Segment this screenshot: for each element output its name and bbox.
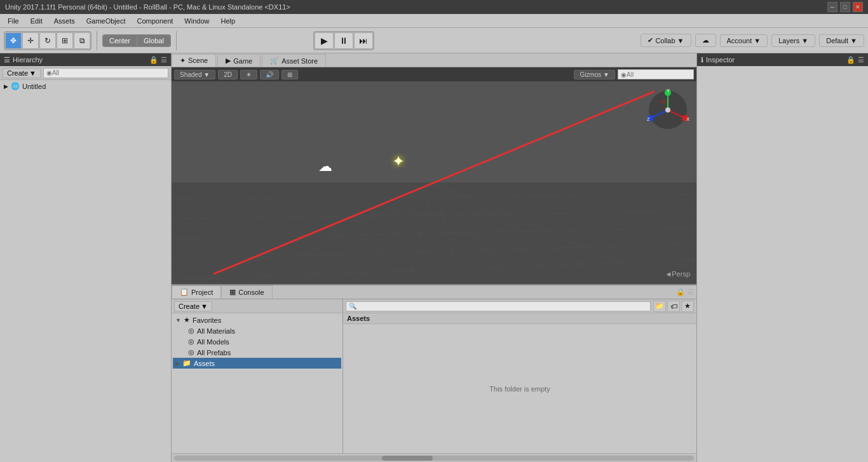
inspector-icon: ℹ [701,56,703,64]
svg-text:Z: Z [647,116,650,122]
tree-item-all-models[interactable]: ◎ All Models [173,336,341,347]
hierarchy-menu-icon[interactable]: ☰ [161,56,167,64]
project-tree: ▼ ★ Favorites ◎ All Materials ◎ All Mode… [172,313,342,453]
project-lock-icon[interactable]: 🔒 [676,288,685,296]
menu-edit[interactable]: Edit [25,16,48,26]
hierarchy-search-input[interactable] [43,68,168,78]
gizmos-button[interactable]: Gizmos ▼ [574,70,615,79]
move-tool-button[interactable]: ✛ [22,32,39,49]
project-tree-panel: Create ▼ ▼ ★ Favorites ◎ All Materials [172,299,343,453]
assets-toolbar-right: 📁 🏷 ★ [653,301,694,312]
hierarchy-lock-icon[interactable]: 🔒 [149,56,158,64]
audio-toggle-button[interactable]: 🔊 [260,70,279,79]
pause-button[interactable]: ⏸ [334,32,353,49]
gizmo-svg: Y X Z [646,88,690,132]
center-button[interactable]: Center [103,35,137,46]
favorites-star-icon: ★ [184,316,190,324]
menu-help[interactable]: Help [215,16,240,26]
account-button[interactable]: Account ▼ [720,34,768,47]
all-models-icon: ◎ [188,337,194,346]
collab-button[interactable]: ✔ Collab ▼ [641,34,691,47]
assets-content: This folder is empty [343,324,696,453]
hand-tool-button[interactable]: ✥ [5,32,22,49]
title-bar: Unity 2017.1.1f1 Personal (64bit) - Unti… [0,0,868,14]
effects-toggle-button[interactable]: ⊞ [281,70,298,79]
assets-folder-button[interactable]: 📁 [653,301,666,312]
persp-label: ◄Persp [665,270,690,278]
rotate-tool-button[interactable]: ↻ [39,32,56,49]
hierarchy-title: Hierarchy [13,56,43,64]
console-tab-icon: ▦ [229,288,236,296]
menu-gameobject[interactable]: GameObject [81,16,131,26]
menu-file[interactable]: File [3,16,24,26]
project-menu-icon[interactable]: ☰ [688,288,694,296]
step-button[interactable]: ⏭ [354,32,373,49]
bottom-tabs: 📋 Project ▦ Console 🔒 ☰ [172,285,696,299]
inspector-menu-icon[interactable]: ☰ [858,56,864,64]
favorites-label: Favorites [193,316,221,324]
bottom-scrollbar[interactable] [172,453,696,462]
tab-project[interactable]: 📋 Project [172,285,221,298]
tree-item-all-materials[interactable]: ◎ All Materials [173,325,341,336]
menu-component[interactable]: Component [132,16,178,26]
hierarchy-item-untitled[interactable]: ▶ 🌐 Untitled [1,81,170,91]
hierarchy-header: ☰ Hierarchy 🔒 ☰ [0,53,171,66]
cloud-button[interactable]: ☁ [695,34,716,47]
collab-icon: ✔ [648,36,653,44]
tree-item-assets[interactable]: ▶ 📁 Assets [173,358,341,369]
tab-scene[interactable]: ✦ Scene [172,54,216,67]
assets-folder-icon: 📁 [182,359,191,367]
project-create-button[interactable]: Create ▼ [174,301,212,311]
scene-viewport[interactable]: Shaded ▼ 2D ☀ 🔊 ⊞ Gizmos ▼ [172,67,696,284]
center-global-group: Center Global [102,34,171,47]
asset-store-label: Asset Store [281,57,318,65]
rect-tool-button[interactable]: ⧉ [74,32,90,49]
transform-tools-group: ✥ ✛ ↻ ⊞ ⧉ [4,31,92,50]
global-button[interactable]: Global [137,35,170,46]
assets-star-button[interactable]: ★ [681,301,694,312]
lighting-toggle-button[interactable]: ☀ [240,70,257,79]
all-prefabs-label: All Prefabs [197,349,231,357]
console-tab-label: Console [238,289,264,296]
play-button[interactable]: ▶ [315,32,334,49]
tab-asset-store[interactable]: 🛒 Asset Store [262,54,326,67]
scrollbar-thumb[interactable] [382,456,433,461]
scene-search-input[interactable] [618,69,694,79]
scale-tool-button[interactable]: ⊞ [57,32,73,49]
untitled-scene-icon: 🌐 [11,82,20,90]
shading-mode-button[interactable]: Shaded ▼ [174,70,215,79]
close-button[interactable]: ✕ [853,2,863,12]
svg-text:Y: Y [667,88,670,93]
scene-tab-icon: ✦ [180,57,186,65]
tab-console[interactable]: ▦ Console [221,285,272,298]
2d-toggle-button[interactable]: 2D [218,70,238,79]
assets-label-button[interactable]: 🏷 [667,301,680,312]
bottom-tabs-right: 🔒 ☰ [676,285,696,299]
inspector-lock-icon[interactable]: 🔒 [846,56,855,64]
minimize-button[interactable]: ─ [827,2,837,12]
scene-tabs-row: ✦ Scene ▶ Game 🛒 Asset Store [172,53,696,67]
maximize-button[interactable]: □ [840,2,850,12]
default-layout-button[interactable]: Default ▼ [819,34,864,47]
assets-search-input[interactable] [346,301,651,311]
scene-grid [172,81,696,284]
hierarchy-content: ▶ 🌐 Untitled [0,80,171,462]
assets-toolbar: 📁 🏷 ★ [343,299,696,313]
toolbar-separator-2 [176,31,177,50]
layers-button[interactable]: Layers ▼ [771,34,815,47]
tree-item-favorites[interactable]: ▼ ★ Favorites [173,315,341,325]
menu-window[interactable]: Window [179,16,214,26]
sun-scene-icon: ✦ [392,153,405,170]
untitled-arrow-icon: ▶ [4,83,8,90]
hierarchy-create-button[interactable]: Create ▼ [3,68,41,78]
menu-assets[interactable]: Assets [49,16,80,26]
transport-controls: ▶ ⏸ ⏭ [313,31,374,50]
scrollbar-track [174,456,694,461]
tree-item-all-prefabs[interactable]: ◎ All Prefabs [173,347,341,358]
all-prefabs-icon: ◎ [188,348,194,357]
untitled-label: Untitled [22,83,46,90]
svg-rect-0 [172,81,696,183]
inspector-title: Inspector [706,56,735,64]
project-tab-icon: 📋 [180,288,189,296]
tab-game[interactable]: ▶ Game [217,54,261,67]
